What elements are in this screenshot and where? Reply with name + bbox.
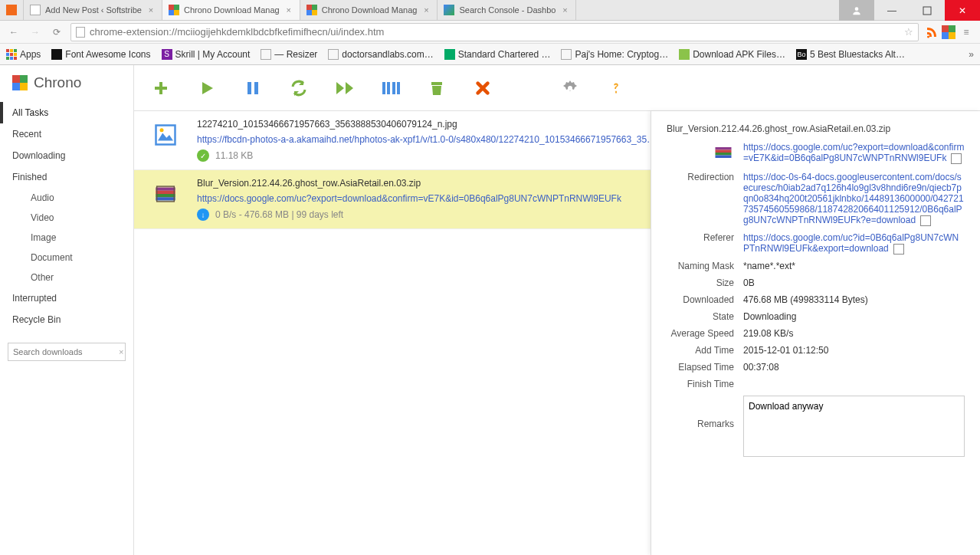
page-icon: [76, 27, 85, 38]
svg-rect-13: [949, 32, 955, 39]
browser-tab[interactable]: Chrono Download Manag×: [300, 0, 438, 20]
search-input[interactable]: [13, 347, 119, 356]
bookmark-item[interactable]: SSkrill | My Account: [162, 49, 251, 60]
bookmark-label: doctorsandlabs.com…: [342, 49, 433, 60]
close-icon[interactable]: ×: [421, 5, 431, 15]
back-button[interactable]: ←: [6, 25, 21, 40]
sidebar: Chrono All Tasks Recent Downloading Fini…: [0, 65, 134, 555]
copy-icon[interactable]: [951, 153, 962, 164]
sidebar-item-recycle[interactable]: Recycle Bin: [0, 309, 133, 330]
bookmark-item[interactable]: doctorsandlabs.com…: [328, 49, 433, 60]
sidebar-item-finished[interactable]: Finished: [0, 166, 133, 188]
check-icon: ✓: [197, 149, 209, 162]
app-logo: Chrono: [0, 74, 133, 102]
bookmark-item[interactable]: Bo5 Best Bluestacks Alt…: [796, 49, 905, 60]
details-source-url[interactable]: https://docs.google.com/uc?export=downlo…: [743, 142, 965, 166]
maximize-button[interactable]: [910, 0, 945, 21]
bookmark-item[interactable]: Paj's Home: Cryptog…: [561, 49, 668, 60]
user-icon[interactable]: [839, 0, 874, 21]
sidebar-item-all-tasks[interactable]: All Tasks: [0, 102, 133, 123]
pause-button[interactable]: [243, 78, 263, 98]
restart-button[interactable]: [289, 78, 309, 98]
copy-icon[interactable]: [920, 215, 931, 226]
svg-rect-39: [156, 188, 175, 191]
apps-button[interactable]: Apps: [6, 49, 41, 60]
bookmark-item[interactable]: Download APK Files…: [679, 49, 785, 60]
tab-title: Chrono Download Manag: [184, 5, 280, 15]
remarks-textarea[interactable]: [743, 396, 965, 457]
chrono-favicon: [306, 5, 317, 15]
reload-button[interactable]: ⟳: [49, 25, 64, 40]
details-referer[interactable]: https://docs.google.com/uc?id=0B6q6alPg8…: [743, 232, 965, 255]
svg-rect-22: [14, 57, 17, 60]
download-icon: ↓: [197, 209, 209, 221]
label-add-time: Add Time: [667, 345, 743, 356]
copy-icon[interactable]: [893, 244, 904, 255]
close-icon[interactable]: ×: [284, 5, 293, 15]
status-text: 11.18 KB: [215, 150, 253, 161]
start-all-button[interactable]: [335, 78, 355, 98]
chrono-ext-icon[interactable]: [942, 25, 955, 39]
main-content: 12274210_10153466671957663_3563888530406…: [134, 65, 980, 555]
label-elapsed: Elapsed Time: [667, 362, 743, 373]
label-naming-mask: Naming Mask: [667, 261, 743, 271]
add-button[interactable]: [151, 78, 171, 98]
settings-button[interactable]: [560, 78, 580, 98]
tab-title: Chrono Download Manag: [322, 5, 418, 15]
label-remarks: Remarks: [667, 396, 743, 459]
pause-all-button[interactable]: [381, 78, 401, 98]
bookmark-label: 5 Best Bluestacks Alt…: [810, 49, 905, 60]
bookmark-label: Download APK Files…: [693, 49, 785, 60]
panel-collapse-handle[interactable]: 〉: [651, 310, 651, 341]
sidebar-item-recent[interactable]: Recent: [0, 123, 133, 145]
window-close-button[interactable]: ✕: [945, 0, 980, 21]
sidebar-sub-image[interactable]: Image: [0, 228, 133, 248]
sidebar-item-interrupted[interactable]: Interrupted: [0, 287, 133, 309]
svg-rect-15: [10, 49, 13, 52]
sidebar-sub-audio[interactable]: Audio: [0, 188, 133, 208]
svg-rect-16: [14, 49, 17, 52]
menu-icon[interactable]: ≡: [959, 25, 974, 40]
svg-rect-2: [169, 10, 174, 15]
window-controls: — ✕: [839, 0, 980, 20]
star-icon[interactable]: ☆: [904, 26, 913, 38]
details-redirection[interactable]: https://doc-0s-64-docs.googleusercontent…: [743, 172, 965, 226]
sidebar-sub-other[interactable]: Other: [0, 268, 133, 287]
google-favicon: [444, 5, 454, 15]
bookmark-item[interactable]: — Resizer: [261, 49, 317, 60]
help-button[interactable]: [606, 78, 626, 98]
svg-rect-31: [392, 82, 395, 94]
label-size: Size: [667, 278, 743, 288]
svg-rect-36: [156, 126, 175, 145]
sidebar-item-downloading[interactable]: Downloading: [0, 145, 133, 166]
rss-icon[interactable]: [925, 25, 939, 39]
details-finish: [743, 379, 965, 389]
clear-button[interactable]: [427, 78, 447, 98]
bookmark-favicon: [51, 49, 62, 60]
svg-rect-44: [716, 147, 732, 150]
file-thumb-archive: [149, 178, 182, 210]
forward-button[interactable]: →: [28, 25, 43, 40]
browser-tab[interactable]: Add New Post ‹ Softstribe×: [24, 0, 162, 20]
bookmark-item[interactable]: Font Awesome Icons: [51, 49, 150, 60]
apps-icon: [6, 49, 17, 60]
bookmark-favicon: [679, 49, 690, 60]
address-bar[interactable]: chrome-extension://mciiogijehkdemklbdcbf…: [70, 23, 919, 41]
bookmarks-overflow[interactable]: »: [969, 49, 974, 60]
clear-icon[interactable]: ×: [119, 347, 123, 356]
close-icon[interactable]: ×: [560, 5, 569, 15]
delete-button[interactable]: [473, 78, 493, 98]
browser-tab[interactable]: Search Console - Dashbo×: [438, 0, 576, 20]
browser-tab[interactable]: [0, 0, 24, 20]
start-button[interactable]: [197, 78, 217, 98]
label-downloaded: Downloaded: [667, 294, 743, 305]
sidebar-sub-video[interactable]: Video: [0, 208, 133, 228]
sidebar-sub-document[interactable]: Document: [0, 248, 133, 268]
details-state: Downloading: [743, 311, 965, 322]
minimize-button[interactable]: —: [874, 0, 910, 21]
browser-tab-active[interactable]: Chrono Download Manag×: [162, 0, 300, 20]
page-icon: [261, 49, 271, 60]
bookmark-label: Skrill | My Account: [175, 49, 251, 60]
bookmark-item[interactable]: Standard Chartered …: [444, 49, 551, 60]
close-icon[interactable]: ×: [146, 5, 156, 15]
